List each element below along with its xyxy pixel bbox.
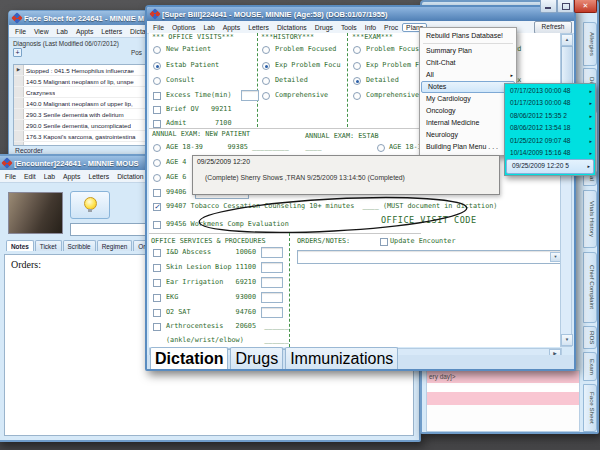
vertical-scrollbar[interactable]: ▲ ▼ xyxy=(560,33,572,347)
menu-tools[interactable]: Tools xyxy=(337,23,361,32)
medication-row[interactable] xyxy=(427,392,579,405)
superbill-titlebar[interactable]: [Super Bill]224641 - MOUSE, MINNIE (Age:… xyxy=(147,7,574,21)
radio-estab-patient[interactable] xyxy=(153,62,161,70)
menu-letters[interactable]: Letters xyxy=(97,27,126,36)
submenu-item-date[interactable]: 10/14/2009 15:16 48 ▸ xyxy=(505,147,595,159)
side-tab-face-sheet[interactable]: Face Sheet xyxy=(583,384,597,432)
menu-item-all[interactable]: All ▸ xyxy=(420,69,516,81)
menu-item-notes[interactable]: Notes ▸ xyxy=(421,81,515,93)
checkbox-arthrocentesis[interactable] xyxy=(153,323,161,331)
scrollbar-thumb[interactable] xyxy=(561,46,573,88)
lightbulb-button[interactable] xyxy=(70,191,110,219)
tab-scribble[interactable]: Scribble xyxy=(63,240,96,251)
procedure-input[interactable] xyxy=(261,307,283,318)
menu-dictation[interactable]: Dictation xyxy=(113,172,147,181)
menu-item-chit-chat[interactable]: Chit-Chat xyxy=(420,57,516,69)
radio-exam-exp-problem[interactable] xyxy=(353,62,361,70)
checkbox-99407[interactable]: ✓ xyxy=(153,203,161,211)
radio-history-detailed[interactable] xyxy=(262,77,270,85)
checkbox-update-encounter[interactable] xyxy=(380,238,388,246)
tab-immunizations[interactable]: Immunizations xyxy=(285,347,398,369)
side-tab-vitals-history[interactable]: Vitals History xyxy=(583,190,597,248)
checkbox-excess-time[interactable] xyxy=(153,92,161,100)
radio-estab-age-18-39[interactable] xyxy=(377,144,385,152)
side-tab-allergies[interactable]: Allergies xyxy=(583,22,597,66)
menu-edit[interactable]: Edit xyxy=(20,172,40,181)
checkbox-iandd-abscess[interactable] xyxy=(153,249,161,257)
menu-item-summary-plan[interactable]: Summary Plan xyxy=(420,45,516,57)
menu-view[interactable]: View xyxy=(30,27,53,36)
menu-item-neurology[interactable]: Neurology ▸ xyxy=(420,129,516,141)
side-tab-chief-complaint[interactable]: Chief Complaint xyxy=(583,252,597,323)
submenu-item-date[interactable]: 08/06/2012 13:54 18 ▸ xyxy=(505,122,595,134)
orders-combobox[interactable]: ▼ xyxy=(297,250,562,264)
checkbox-ear-irrigation[interactable] xyxy=(153,279,161,287)
tab-ticket[interactable]: Ticket xyxy=(35,240,62,251)
menu-appts[interactable]: Appts xyxy=(59,172,84,181)
medication-list[interactable]: ery day]> xyxy=(426,370,580,432)
radio-age-65[interactable] xyxy=(153,174,161,182)
medication-row[interactable]: ery day]> xyxy=(427,371,579,383)
minimize-button[interactable] xyxy=(540,0,557,13)
menu-dictations[interactable]: Dictations xyxy=(273,23,311,32)
submenu-item-date[interactable]: 01/25/2012 09:07 48 ▸ xyxy=(505,135,595,147)
menu-info[interactable]: Info xyxy=(361,23,380,32)
menu-item-building-plan-menu[interactable]: Building Plan Menu . . . xyxy=(420,141,516,153)
refresh-button[interactable]: Refresh xyxy=(534,21,572,34)
procedure-input[interactable] xyxy=(261,292,283,303)
checkbox-brief-ov[interactable] xyxy=(153,106,161,114)
radio-age-18-39[interactable] xyxy=(153,144,161,152)
menu-appts[interactable]: Appts xyxy=(72,27,97,36)
menu-appts[interactable]: Appts xyxy=(219,23,244,32)
scroll-down-icon[interactable]: ▼ xyxy=(561,334,573,346)
menu-file[interactable]: File xyxy=(11,27,30,36)
menu-item-rebuild-plans[interactable]: Rebuild Plans Database! xyxy=(420,30,516,42)
checkbox-99456[interactable] xyxy=(153,221,161,229)
procedure-input[interactable] xyxy=(261,277,283,288)
submenu-item-date[interactable]: 01/17/2013 00:00 48 ▸ xyxy=(505,97,595,109)
menu-item-oncology[interactable]: Oncology xyxy=(420,105,516,117)
menu-letters[interactable]: Letters xyxy=(244,23,273,32)
close-button[interactable]: ✕ xyxy=(574,0,597,13)
tab-dictation[interactable]: Dictation xyxy=(150,347,228,369)
menu-lab[interactable]: Lab xyxy=(53,27,72,36)
checkbox-o2-sat[interactable] xyxy=(153,309,161,317)
maximize-button[interactable] xyxy=(557,0,574,13)
radio-consult[interactable] xyxy=(153,77,161,85)
checkbox-skin-lesion[interactable] xyxy=(153,264,161,272)
menu-item-my-cardiology[interactable]: My Cardiology ▸ xyxy=(420,93,516,105)
menu-file[interactable]: File xyxy=(149,23,168,32)
menu-lab[interactable]: Lab xyxy=(40,172,59,181)
submenu-item-date[interactable]: 08/06/2012 15:35 2 ▸ xyxy=(505,110,595,122)
radio-exam-comprehensive[interactable] xyxy=(353,92,361,100)
add-diagnosis-button[interactable]: + xyxy=(13,48,22,57)
checkbox-admit[interactable] xyxy=(153,120,161,128)
radio-new-patient[interactable] xyxy=(153,46,161,54)
menu-proc[interactable]: Proc xyxy=(380,23,402,32)
menu-letters[interactable]: Letters xyxy=(84,172,113,181)
menu-lab[interactable]: Lab xyxy=(199,23,218,32)
menu-options[interactable]: Options xyxy=(168,23,199,32)
radio-age-40-64[interactable] xyxy=(153,159,161,167)
radio-history-problem-focused[interactable] xyxy=(262,46,270,54)
checkbox-99406[interactable] xyxy=(153,189,161,197)
submenu-item-date[interactable]: 07/17/2013 00:00 48 ▸ xyxy=(505,85,595,97)
radio-history-exp-problem[interactable] xyxy=(262,62,270,70)
scroll-up-icon[interactable]: ▲ xyxy=(561,34,573,46)
radio-history-comprehensive[interactable] xyxy=(262,92,270,100)
submenu-item-date[interactable]: 09/25/2009 12:20 5 ▸ xyxy=(506,159,594,173)
radio-exam-problem-focused[interactable] xyxy=(353,46,361,54)
radio-exam-detailed[interactable] xyxy=(353,77,361,85)
checkbox-ekg[interactable] xyxy=(153,294,161,302)
procedure-input[interactable] xyxy=(261,247,283,258)
side-tab-ros[interactable]: ROS xyxy=(583,326,597,349)
menu-file[interactable]: File xyxy=(1,172,20,181)
excess-time-input[interactable] xyxy=(241,90,259,101)
side-tab-exam[interactable]: Exam xyxy=(583,352,597,381)
tab-drugs[interactable]: Drugs xyxy=(230,347,283,369)
medication-row[interactable] xyxy=(427,383,579,392)
menu-item-internal-medicine[interactable]: Internal Medicine ▸ xyxy=(420,117,516,129)
menu-drugs[interactable]: Drugs xyxy=(311,23,337,32)
procedure-input[interactable] xyxy=(261,262,283,273)
tab-regimen[interactable]: Regimen xyxy=(97,240,133,251)
